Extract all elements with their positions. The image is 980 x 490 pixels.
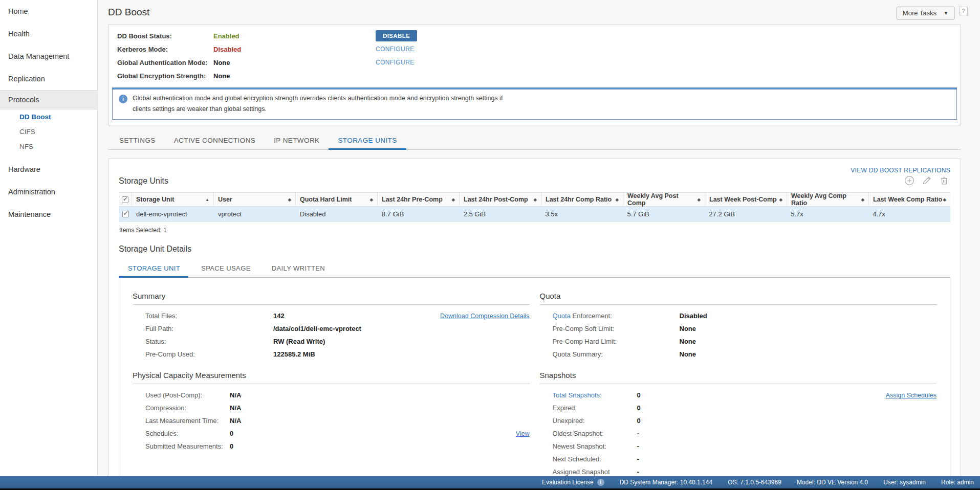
- table-row[interactable]: dell-emc-vprotect vprotect Disabled 8.7 …: [119, 207, 950, 222]
- sort-icon[interactable]: ◆: [698, 197, 701, 202]
- used-post-comp-value: N/A: [230, 391, 241, 399]
- download-compression-details-link[interactable]: Download Compression Details: [440, 313, 529, 320]
- row-checkbox[interactable]: [122, 211, 129, 217]
- page-title: DD Boost: [108, 7, 149, 18]
- user-role: Role: admin: [941, 479, 974, 486]
- items-selected-count: Items Selected: 1: [119, 227, 950, 234]
- sort-icon[interactable]: ◆: [779, 197, 782, 202]
- cell-last-week-post-comp: 27.2 GiB: [705, 207, 787, 221]
- column-header-quota-hard-limit[interactable]: Quota Hard Limit ◆: [296, 193, 378, 206]
- column-header-last-week-comp-ratio[interactable]: Last Week Comp Ratio ◆: [869, 193, 950, 206]
- storage-units-header-row: Storage Units: [119, 175, 950, 186]
- assign-schedules-link[interactable]: Assign Schedules: [886, 392, 937, 399]
- sidebar: Home Health Data Management Replication …: [0, 0, 98, 476]
- tab-storage-unit[interactable]: STORAGE UNIT: [127, 261, 181, 277]
- detail-label: Status:: [145, 338, 273, 345]
- pcm-row-compression: Compression: N/A: [133, 404, 530, 412]
- snapshots-row-next-scheduled: Next Scheduled: -: [540, 455, 937, 463]
- storage-units-toolbar: [904, 175, 950, 186]
- sort-icon[interactable]: ◆: [616, 197, 619, 202]
- unexpired-value: 0: [637, 417, 641, 425]
- quota-summary-value: None: [680, 350, 696, 358]
- quota-heading: Quota: [540, 292, 937, 305]
- storage-unit-details-tabs: STORAGE UNIT SPACE USAGE DAILY WRITTEN: [119, 261, 950, 278]
- page-header: DD Boost More Tasks ▼ ?: [98, 0, 980, 19]
- summary-row-status: Status: RW (Read Write): [133, 338, 530, 345]
- configure-kerberos-link[interactable]: CONFIGURE: [376, 46, 415, 53]
- column-header-weekly-avg-comp-ratio[interactable]: Weekly Avg Comp Ratio ◆: [787, 193, 869, 206]
- column-header-last-24hr-post-comp[interactable]: Last 24hr Post-Comp ◆: [460, 193, 541, 206]
- sidebar-item-protocols[interactable]: Protocols: [0, 90, 97, 109]
- expired-value: 0: [637, 404, 641, 412]
- kerberos-mode-value: Disabled: [213, 46, 376, 53]
- column-header-storage-unit[interactable]: Storage Unit ▲: [132, 193, 214, 206]
- quota-enforcement-label: Enforcement:: [571, 312, 612, 320]
- sort-icon[interactable]: ◆: [370, 197, 373, 202]
- status-row-global-encryption: Global Encryption Strength: None: [108, 69, 961, 82]
- detail-label: Submitted Measurements:: [145, 442, 230, 450]
- view-dd-boost-replications-link[interactable]: VIEW DD BOOST REPLICATIONS: [851, 167, 950, 174]
- detail-label: Pre-Comp Used:: [145, 350, 273, 358]
- column-header-last-24hr-comp-ratio[interactable]: Last 24hr Comp Ratio ◆: [541, 193, 623, 206]
- sidebar-item-maintenance[interactable]: Maintenance: [0, 203, 97, 226]
- evaluation-license-label: Evaluation License: [542, 479, 594, 486]
- help-button[interactable]: ?: [959, 7, 968, 15]
- snapshots-row-newest: Newest Snapshot: -: [540, 442, 937, 450]
- sidebar-item-data-management[interactable]: Data Management: [0, 45, 97, 68]
- view-schedules-link[interactable]: View: [516, 430, 530, 437]
- select-all-checkbox[interactable]: [122, 196, 128, 203]
- column-header-weekly-avg-post-comp[interactable]: Weekly Avg Post Comp ◆: [623, 193, 705, 206]
- info-banner-text: Global authentication mode and global en…: [133, 93, 503, 115]
- sort-ascending-icon[interactable]: ▲: [205, 197, 209, 202]
- quota-link[interactable]: Quota: [553, 312, 571, 320]
- os-version: OS: 7.1.0.5-643969: [728, 479, 781, 486]
- sidebar-item-dd-boost[interactable]: DD Boost: [0, 109, 97, 124]
- newest-snapshot-value: -: [637, 442, 639, 450]
- pcm-row-last-measurement: Last Measurement Time: N/A: [133, 417, 530, 425]
- sidebar-item-hardware[interactable]: Hardware: [0, 158, 97, 181]
- sidebar-item-replication[interactable]: Replication: [0, 68, 97, 90]
- sort-icon[interactable]: ◆: [943, 197, 946, 202]
- disable-button[interactable]: DISABLE: [376, 30, 417, 41]
- delete-storage-unit-icon[interactable]: [939, 175, 949, 186]
- sidebar-item-health[interactable]: Health: [0, 23, 97, 45]
- cell-last-24hr-pre-comp: 8.7 GiB: [378, 207, 460, 221]
- sort-icon[interactable]: ◆: [452, 197, 455, 202]
- main-content: DD Boost More Tasks ▼ ? DD Boost Status:…: [98, 0, 980, 476]
- detail-label: Compression:: [145, 404, 230, 412]
- sort-icon[interactable]: ◆: [861, 197, 864, 202]
- column-label: User: [218, 196, 232, 203]
- detail-label: Unexpired:: [553, 417, 637, 425]
- tab-ip-network[interactable]: IP NETWORK: [265, 132, 329, 149]
- details-left-column: Summary Total Files: 142 Download Compre…: [133, 292, 530, 476]
- tab-active-connections[interactable]: ACTIVE CONNECTIONS: [165, 132, 265, 149]
- more-tasks-button[interactable]: More Tasks ▼: [897, 7, 954, 19]
- sidebar-item-cifs[interactable]: CIFS: [0, 124, 97, 139]
- compression-value: N/A: [230, 404, 241, 412]
- info-banner-line1: Global authentication mode and global en…: [133, 93, 503, 104]
- total-snapshots-link[interactable]: Total Snapshots:: [553, 391, 637, 399]
- storage-units-table: Storage Unit ▲ User ◆ Quota Hard Limit ◆…: [119, 192, 950, 222]
- sidebar-item-administration[interactable]: Administration: [0, 181, 97, 203]
- sidebar-item-home[interactable]: Home: [0, 0, 97, 23]
- summary-row-pre-comp-used: Pre-Comp Used: 122585.2 MiB: [133, 350, 530, 358]
- chevron-down-icon: ▼: [944, 11, 948, 16]
- status-value: RW (Read Write): [273, 338, 325, 345]
- tab-settings[interactable]: SETTINGS: [110, 132, 165, 149]
- sidebar-item-nfs[interactable]: NFS: [0, 139, 97, 154]
- configure-global-auth-link[interactable]: CONFIGURE: [376, 59, 415, 66]
- sort-icon[interactable]: ◆: [288, 197, 291, 202]
- column-header-last-24hr-pre-comp[interactable]: Last 24hr Pre-Comp ◆: [378, 193, 460, 206]
- tab-space-usage[interactable]: SPACE USAGE: [200, 261, 252, 277]
- add-storage-unit-icon[interactable]: [904, 175, 914, 186]
- edit-storage-unit-icon[interactable]: [922, 175, 932, 186]
- status-bar: Evaluation License i DD System Manager: …: [0, 476, 980, 490]
- column-header-last-week-post-comp[interactable]: Last Week Post-Comp ◆: [705, 193, 787, 206]
- sort-icon[interactable]: ◆: [534, 197, 537, 202]
- column-header-user[interactable]: User ◆: [214, 193, 296, 206]
- tab-storage-units[interactable]: STORAGE UNITS: [329, 132, 406, 149]
- cell-user: vprotect: [214, 207, 296, 221]
- license-info-icon[interactable]: i: [597, 479, 604, 486]
- tab-daily-written[interactable]: DAILY WRITTEN: [271, 261, 326, 277]
- system-manager-address: DD System Manager: 10.40.1.144: [620, 479, 712, 486]
